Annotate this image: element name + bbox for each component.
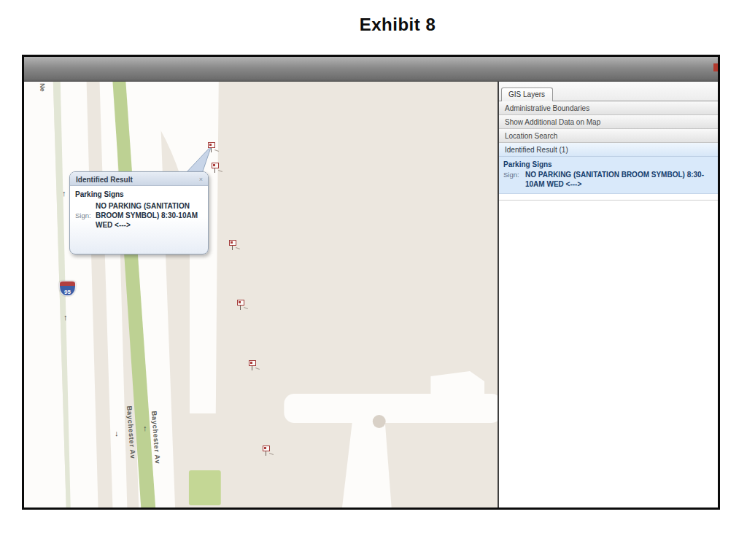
parking-sign-marker[interactable] [249, 360, 260, 372]
result-field-label: Sign: [503, 170, 525, 179]
accordion-administrative-boundaries[interactable]: Administrative Boundaries [499, 101, 718, 115]
arrow-up-icon: ↑ [62, 190, 66, 198]
parking-sign-marker[interactable] [208, 142, 220, 154]
identify-popup: Identified Result × Parking Signs Sign: … [69, 171, 209, 254]
result-attribute-row: Sign: NO PARKING (SANITATION BROOM SYMBO… [503, 170, 713, 189]
close-icon[interactable]: × [199, 176, 203, 183]
arrow-up-icon: ↑ [63, 314, 68, 322]
sign-tick [218, 170, 222, 172]
sign-pole [214, 168, 215, 173]
sign-icon [208, 142, 215, 148]
panel-tabstrip: GIS Layers [499, 82, 718, 101]
gis-app-window: Ne Baychester Av Baychester Av 95 ↑ ↑ ↓ … [22, 55, 720, 510]
tab-gis-layers[interactable]: GIS Layers [501, 88, 553, 101]
sign-pole [266, 451, 266, 456]
parking-sign-marker[interactable] [263, 446, 274, 457]
identify-popup-body: Parking Signs Sign: NO PARKING (SANITATI… [70, 186, 208, 230]
exhibit-title: Exhibit 8 [24, 15, 747, 35]
arrow-down-icon: ↓ [115, 429, 119, 438]
sign-icon [212, 163, 219, 168]
accordion-show-additional-data[interactable]: Show Additional Data on Map [499, 115, 718, 129]
result-layer-name: Parking Signs [503, 160, 713, 168]
toolbar-red-artifact [713, 63, 718, 71]
popup-layer-name: Parking Signs [75, 190, 203, 198]
parking-sign-marker[interactable] [237, 300, 249, 311]
junction-island-dot [373, 415, 386, 428]
sign-tick [244, 307, 248, 309]
park-block [189, 470, 221, 505]
popup-field-label: Sign: [75, 211, 96, 219]
exhibit-page: Exhibit 8 [0, 0, 747, 560]
sign-tick [236, 247, 240, 249]
sign-tick [214, 149, 219, 152]
identified-result-item[interactable]: Parking Signs Sign: NO PARKING (SANITATI… [499, 157, 718, 194]
road-junction-horizontal [284, 394, 498, 423]
sign-tick [269, 453, 274, 455]
arrow-up-icon: ↑ [143, 424, 147, 432]
accordion-location-search[interactable]: Location Search [499, 129, 718, 143]
sign-pole [252, 366, 252, 370]
sign-icon [263, 446, 270, 451]
result-field-value: NO PARKING (SANITATION BROOM SYMBOL) 8:3… [525, 170, 713, 189]
result-separator [499, 194, 718, 201]
map-roads-layer [24, 82, 498, 508]
sign-icon [237, 300, 244, 306]
gis-layers-panel: GIS Layers Administrative Boundaries Sho… [498, 82, 718, 508]
parking-sign-marker[interactable] [229, 240, 241, 252]
sign-icon [249, 360, 256, 366]
popup-attribute-row: Sign: NO PARKING (SANITATION BROOM SYMBO… [75, 201, 203, 230]
accordion-identified-result[interactable]: Identified Result (1) [499, 143, 718, 157]
app-toolbar [24, 57, 718, 82]
identify-popup-title: Identified Result [76, 176, 133, 184]
sign-pole [240, 306, 241, 310]
app-content: Ne Baychester Av Baychester Av 95 ↑ ↑ ↓ … [24, 82, 718, 508]
sign-tick [255, 368, 260, 370]
map-canvas[interactable]: Ne Baychester Av Baychester Av 95 ↑ ↑ ↓ … [24, 82, 498, 508]
street-label-partial: Ne [39, 83, 46, 92]
sign-pole [232, 246, 233, 250]
sign-icon [229, 240, 236, 246]
panel-empty-area [499, 201, 718, 508]
popup-field-value: NO PARKING (SANITATION BROOM SYMBOL) 8:3… [96, 201, 203, 230]
sign-pole [211, 148, 212, 152]
parking-sign-marker[interactable] [212, 163, 223, 174]
identify-popup-header: Identified Result × [70, 172, 208, 186]
